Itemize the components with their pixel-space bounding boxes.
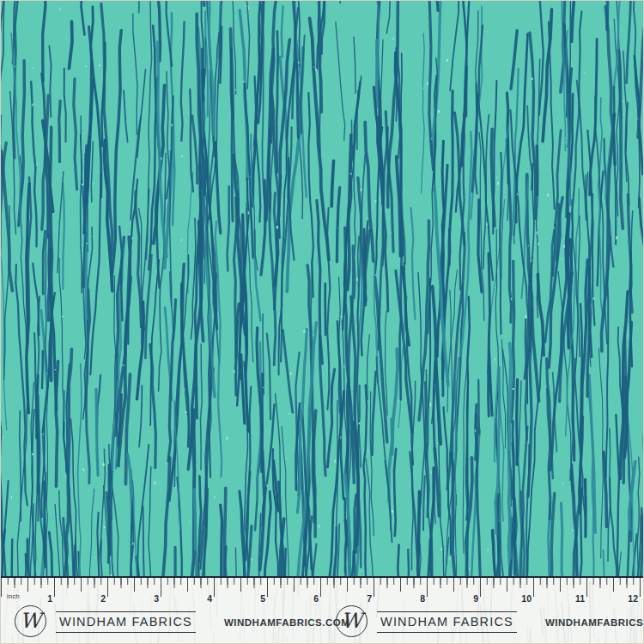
ruler-number: 1 xyxy=(38,593,52,604)
ruler-number: 3 xyxy=(144,593,159,604)
ruler-branding-strip: inch 123456789101112 W WINDHAM FABRICS W… xyxy=(1,576,643,643)
brand-name: WINDHAM FABRICS xyxy=(56,611,196,633)
ruler-unit-label: inch xyxy=(7,592,20,600)
fabric-texture-art xyxy=(1,1,643,576)
ruler: inch 123456789101112 xyxy=(1,578,643,605)
ruler-number: 9 xyxy=(464,593,478,604)
ruler-number: 6 xyxy=(304,593,319,604)
ruler-number: 2 xyxy=(91,593,106,604)
ruler-number: 4 xyxy=(197,593,212,604)
windham-monogram-icon: W xyxy=(15,605,46,637)
brand-website: WINDHAMFABRICS.COM xyxy=(545,617,643,628)
brand-name: WINDHAM FABRICS xyxy=(377,611,517,633)
ruler-number: 12 xyxy=(623,593,638,604)
ruler-number: 7 xyxy=(357,593,372,604)
ruler-number: 11 xyxy=(570,593,585,604)
ruler-number: 10 xyxy=(517,593,532,604)
ruler-number: 5 xyxy=(251,593,265,604)
brand-block: W WINDHAM FABRICS WINDHAMFABRICS.COM xyxy=(1,605,322,640)
windham-monogram-icon: W xyxy=(336,605,368,637)
logo-letter: W xyxy=(341,611,362,631)
logo-letter: W xyxy=(20,611,41,631)
fabric-swatch-image: inch 123456789101112 W WINDHAM FABRICS W… xyxy=(0,0,644,644)
branding-strip: W WINDHAM FABRICS WINDHAMFABRICS.COM W W… xyxy=(1,605,643,640)
fabric-texture xyxy=(1,1,643,576)
brand-block: W WINDHAM FABRICS WINDHAMFABRICS.COM xyxy=(322,605,643,640)
ruler-number: 8 xyxy=(410,593,425,604)
